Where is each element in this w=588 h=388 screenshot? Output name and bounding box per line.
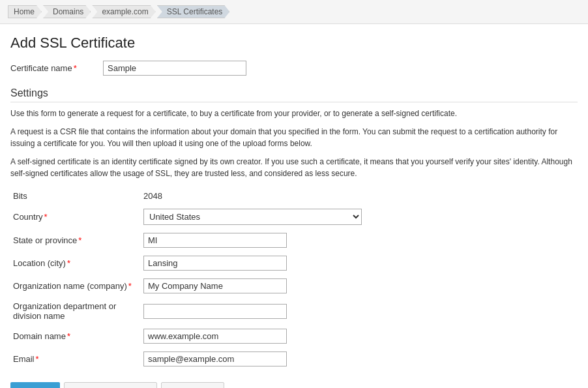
org-name-row: Organization name (company)* (10, 275, 578, 297)
breadcrumb-item-home[interactable]: Home (8, 5, 42, 18)
country-label: Country* (10, 205, 141, 229)
breadcrumb-item-example.com[interactable]: example.com (92, 5, 155, 18)
page-title: Add SSL Certificate (10, 35, 578, 52)
org-dept-row: Organization department or division name (10, 297, 578, 325)
bits-value: 2048 (141, 187, 578, 205)
bits-label: Bits (10, 187, 141, 205)
location-label: Location (city)* (10, 252, 141, 275)
domain-input[interactable] (143, 329, 287, 344)
button-row: Request Buy SSL Certificate Self-Signed (10, 382, 578, 388)
settings-section-title: Settings (10, 87, 578, 102)
state-row: State or province* (10, 229, 578, 252)
buy-ssl-button[interactable]: Buy SSL Certificate (64, 382, 156, 388)
self-signed-button[interactable]: Self-Signed (161, 382, 224, 388)
email-input[interactable] (143, 351, 287, 366)
domain-label: Domain name* (10, 325, 141, 348)
country-select[interactable]: United StatesCanadaUnited KingdomGermany… (143, 209, 362, 225)
location-input[interactable] (143, 256, 287, 271)
required-star: * (74, 63, 77, 73)
org-dept-input[interactable] (143, 304, 287, 319)
org-name-label: Organization name (company)* (10, 275, 141, 297)
breadcrumb-item-ssl-certificates: SSL Certificates (157, 5, 230, 18)
info-text-2: A request is a CSR file that contains th… (10, 126, 578, 149)
location-row: Location (city)* (10, 252, 578, 275)
cert-name-input[interactable] (103, 61, 246, 76)
org-name-input[interactable] (143, 278, 287, 293)
org-dept-label: Organization department or division name (10, 297, 141, 325)
email-row: Email* (10, 348, 578, 370)
country-row: Country* United StatesCanadaUnited Kingd… (10, 205, 578, 229)
bits-row: Bits 2048 (10, 187, 578, 205)
ssl-form-table: Bits 2048 Country* United StatesCanadaUn… (10, 187, 578, 370)
breadcrumb-item-domains[interactable]: Domains (43, 5, 91, 18)
state-label: State or province* (10, 229, 141, 252)
info-text-3: A self-signed certificate is an identity… (10, 156, 578, 179)
email-label: Email* (10, 348, 141, 370)
domain-row: Domain name* (10, 325, 578, 348)
info-text-1: Use this form to generate a request for … (10, 108, 578, 119)
state-input[interactable] (143, 233, 287, 248)
cert-name-label: Certificate name* (10, 63, 95, 73)
request-button[interactable]: Request (10, 382, 60, 388)
breadcrumb: HomeDomainsexample.comSSL Certificates (0, 0, 588, 24)
